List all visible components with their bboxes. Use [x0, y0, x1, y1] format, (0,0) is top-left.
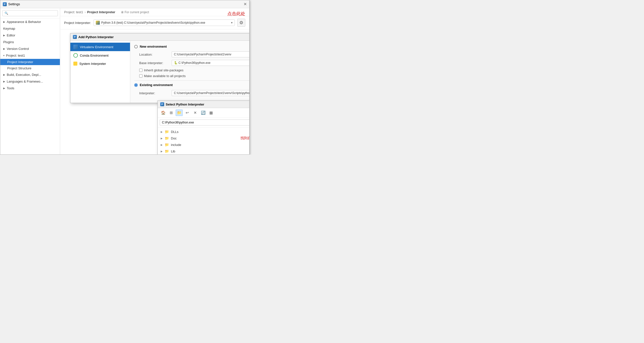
- arrow-icon: ▶: [3, 80, 5, 83]
- conda-nav-item[interactable]: Conda Environment: [70, 51, 130, 60]
- file-item-include[interactable]: ▶ 📁 include: [158, 142, 249, 148]
- path-row: ⬇: [158, 118, 249, 128]
- available-row[interactable]: Make available to all projects: [134, 74, 249, 78]
- sidebar-item-appearance[interactable]: ▶ Appearance & Behavior: [0, 18, 60, 25]
- sidebar-item-label: Appearance & Behavior: [7, 20, 41, 24]
- folder-icon: 📁: [165, 143, 169, 147]
- title-bar: P Settings ✕: [0, 0, 249, 8]
- dialog-right: New environment Location: C:\Users\yezia…: [130, 41, 249, 103]
- toolbar-refresh-button[interactable]: 🔄: [200, 110, 206, 116]
- location-label: Location:: [139, 53, 172, 56]
- breadcrumb-separator: ›: [84, 10, 86, 14]
- file-browser-dialog: P Select Python Interpreter ✕ 🏠 ⊞ 📁 ↩ ✕ …: [158, 100, 249, 154]
- file-item-doc[interactable]: ▶ 📁 Doc 找到自己安装的python在的位置: [158, 135, 249, 142]
- sidebar-item-keymap[interactable]: Keymap: [0, 25, 60, 32]
- sidebar: ▶ Appearance & Behavior Keymap ▶ Editor …: [0, 8, 60, 154]
- inherit-label: Inherit global site-packages: [144, 68, 184, 72]
- sidebar-item-label: Keymap: [3, 27, 15, 30]
- file-item-dlls[interactable]: ▶ 📁 DLLs: [158, 128, 249, 135]
- dialog-title: Add Python Interpreter: [78, 35, 114, 39]
- inherit-row[interactable]: Inherit global site-packages: [134, 68, 249, 72]
- conda-icon: [73, 53, 78, 58]
- base-interpreter-row: Base interpreter: 🐍 C:\Python36\python.e…: [134, 60, 249, 66]
- location-row: Location: C:\Users\yezia\PycharmProjects…: [134, 52, 249, 57]
- sidebar-item-project-structure[interactable]: Project Structure: [0, 65, 60, 71]
- sidebar-item-label: Languages & Framewo...: [7, 80, 43, 83]
- toolbar-grid-button[interactable]: ⊞: [168, 110, 175, 116]
- interpreter-label: Project Interpreter:: [64, 21, 91, 25]
- existing-environment-row[interactable]: Existing environment: [134, 83, 249, 87]
- file-dialog-title: Select Python Interpreter: [166, 102, 204, 106]
- interpreter-value: Python 3.6 (test) C:\Users\yezia\Pycharm…: [101, 21, 205, 24]
- interpreter-select[interactable]: Python 3.6 (test) C:\Users\yezia\Pycharm…: [94, 20, 235, 26]
- sidebar-item-tools[interactable]: ▶ Tools: [0, 85, 60, 92]
- virtualenv-icon: [73, 45, 78, 49]
- new-environment-radio[interactable]: [134, 45, 138, 48]
- file-item-lib[interactable]: ▶ 📁 Lib: [158, 148, 249, 154]
- base-interpreter-select[interactable]: 🐍 C:\Python36\python.exe ▾: [172, 60, 249, 66]
- sidebar-item-editor[interactable]: ▶ Editor: [0, 32, 60, 39]
- expand-arrow-icon: ▶: [161, 130, 163, 133]
- folder-icon: 📁: [165, 130, 169, 134]
- base-interpreter-label: Base interpreter:: [139, 61, 172, 65]
- search-input[interactable]: [2, 10, 58, 16]
- find-python-annotation: 找到自己安装的python在的位置: [240, 136, 249, 140]
- file-item-name: include: [171, 143, 181, 147]
- file-dialog-title-bar: P Select Python Interpreter ✕: [158, 101, 249, 108]
- toolbar-home-button[interactable]: 🏠: [160, 110, 167, 116]
- sidebar-item-version-control[interactable]: ▶ Version Control: [0, 46, 60, 52]
- dialog-title-bar: P Add Python Interpreter ✕: [70, 34, 249, 41]
- existing-environment-radio[interactable]: [134, 83, 138, 87]
- sidebar-item-languages[interactable]: ▶ Languages & Framewo...: [0, 78, 60, 85]
- sidebar-item-build[interactable]: ▶ Build, Execution, Depl...: [0, 71, 60, 78]
- right-panel: 点击此处 Project: test1 › Project Interprete…: [60, 8, 249, 154]
- pycharm-icon: P: [3, 2, 7, 6]
- window-title: Settings: [8, 2, 20, 6]
- toolbar-view-button[interactable]: ▦: [208, 110, 214, 116]
- inherit-checkbox[interactable]: [139, 68, 142, 72]
- conda-label: Conda Environment: [80, 54, 108, 57]
- interpreter-field-row: Interpreter: C:\Users\yezia\PycharmProje…: [134, 90, 249, 96]
- toolbar-folder-button[interactable]: 📁: [176, 110, 183, 116]
- interpreter-row: Project Interpreter: Python 3.6 (test) C…: [60, 16, 249, 30]
- breadcrumb-project: Project: test1: [64, 10, 83, 14]
- arrow-icon: ▶: [3, 87, 5, 90]
- system-nav-item[interactable]: System Interpreter: [70, 60, 130, 68]
- file-item-name: DLLs: [171, 130, 178, 134]
- sidebar-item-label: Project: test1: [6, 54, 25, 57]
- available-checkbox[interactable]: [139, 74, 142, 78]
- virtualenv-nav-item[interactable]: Virtualenv Environment: [70, 43, 130, 51]
- new-environment-row[interactable]: New environment: [134, 45, 249, 48]
- sidebar-item-plugins[interactable]: Plugins: [0, 39, 60, 46]
- sidebar-item-project-interpreter[interactable]: Project Interpreter: [0, 59, 60, 65]
- gear-button[interactable]: ⚙: [237, 19, 245, 27]
- for-current-project: 🖥 For current project: [121, 10, 149, 14]
- expand-arrow-icon: ▶: [161, 137, 163, 140]
- close-button[interactable]: ✕: [244, 2, 247, 6]
- arrow-icon: ▶: [3, 73, 5, 76]
- sidebar-item-label: Plugins: [3, 40, 14, 44]
- arrow-icon: ▶: [3, 20, 5, 23]
- location-value: C:\Users\yezia\PycharmProjects\test1\ven…: [174, 53, 231, 56]
- sidebar-item-project[interactable]: ▾ Project: test1: [0, 52, 60, 59]
- folder-icon: 📁: [165, 149, 169, 153]
- arrow-icon: ▶: [3, 48, 5, 50]
- arrow-icon: ▾: [3, 54, 4, 57]
- folder-icon: 📁: [165, 136, 169, 140]
- sidebar-item-label: Project Interpreter: [7, 60, 33, 64]
- system-label: System Interpreter: [79, 62, 106, 66]
- toolbar-back-button[interactable]: ↩: [184, 110, 191, 116]
- toolbar-close-button[interactable]: ✕: [192, 110, 198, 116]
- python-icon: [96, 21, 100, 25]
- dialog-pycharm-icon: P: [73, 35, 77, 39]
- file-tree: ▶ 📁 DLLs ▶ 📁 Doc 找到自己安装的python在的位置 ▶ 📁 i…: [158, 128, 249, 154]
- existing-interpreter-select[interactable]: C:\Users\yezia\PycharmProjects\test1\ven…: [172, 90, 249, 96]
- sidebar-item-label: Editor: [7, 34, 15, 37]
- annotation-top-right: 点击此处: [227, 11, 245, 17]
- location-input[interactable]: C:\Users\yezia\PycharmProjects\test1\ven…: [172, 52, 249, 57]
- system-icon: [73, 62, 77, 66]
- path-input[interactable]: [160, 120, 249, 126]
- dialog-sidebar: Virtualenv Environment Conda Environment…: [70, 41, 130, 103]
- dialog-body: Virtualenv Environment Conda Environment…: [70, 41, 249, 103]
- breadcrumb: Project: test1 › Project Interpreter 🖥 F…: [60, 8, 249, 16]
